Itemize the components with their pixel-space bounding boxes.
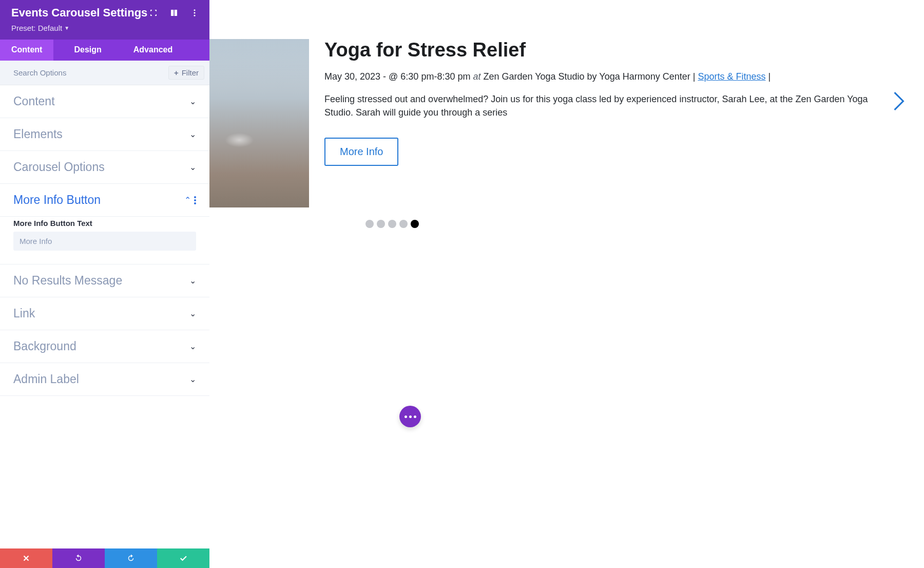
chevron-down-icon: ⌄ xyxy=(189,276,196,286)
search-options-input[interactable]: Search Options xyxy=(13,68,168,77)
event-venue: Zen Garden Yoga Studio by Yoga Harmony C… xyxy=(483,71,698,82)
tab-content[interactable]: Content xyxy=(0,40,53,61)
section-label: Carousel Options xyxy=(13,160,189,174)
event-category-link[interactable]: Sports & Fitness xyxy=(698,71,765,82)
preset-label: Preset: Default xyxy=(11,24,62,32)
settings-panel: Events Carousel Settings Preset: Default… xyxy=(0,0,209,568)
confirm-button[interactable] xyxy=(157,548,209,568)
kebab-icon[interactable] xyxy=(190,8,199,17)
svg-point-0 xyxy=(194,9,196,11)
cancel-button[interactable] xyxy=(0,548,52,568)
svg-point-2 xyxy=(194,15,196,16)
section-label: Content xyxy=(13,94,189,108)
carousel-next-button[interactable] xyxy=(892,90,906,114)
undo-button[interactable] xyxy=(52,548,105,568)
event-title: Yoga for Stress Relief xyxy=(324,39,878,61)
section-more-info-button[interactable]: More Info Button ⌃ xyxy=(0,184,209,217)
tab-design[interactable]: Design xyxy=(63,40,112,61)
chevron-down-icon: ⌄ xyxy=(189,97,196,106)
section-label: Elements xyxy=(13,127,189,141)
event-at: at xyxy=(473,71,480,82)
tab-advanced[interactable]: Advanced xyxy=(122,40,184,61)
svg-point-4 xyxy=(194,199,196,201)
section-content[interactable]: Content ⌄ xyxy=(0,85,209,118)
carousel-dot[interactable] xyxy=(388,220,396,228)
carousel-dot[interactable] xyxy=(411,220,419,228)
carousel-dot[interactable] xyxy=(365,220,374,228)
panel-footer xyxy=(0,548,209,568)
section-label: No Results Message xyxy=(13,274,189,288)
preview-area: Yoga for Stress Relief May 30, 2023 - @ … xyxy=(209,0,924,568)
event-date: May 30, 2023 - @ 6:30 pm-8:30 pm xyxy=(324,71,473,82)
chevron-down-icon: ⌄ xyxy=(189,309,196,318)
chevron-down-icon: ⌄ xyxy=(189,129,196,139)
section-label: Link xyxy=(13,307,189,320)
event-image xyxy=(209,39,309,207)
more-info-button[interactable]: More Info xyxy=(324,138,398,166)
plus-icon: + xyxy=(174,68,179,77)
event-description: Feeling stressed out and overwhelmed? Jo… xyxy=(324,92,878,119)
event-meta: May 30, 2023 - @ 6:30 pm-8:30 pm at Zen … xyxy=(324,70,878,83)
panel-title-controls xyxy=(149,8,202,17)
preset-dropdown[interactable]: Preset: Default ▼ xyxy=(0,22,81,40)
section-more-info-body: More Info Button Text xyxy=(0,217,209,264)
section-no-results[interactable]: No Results Message ⌄ xyxy=(0,264,209,297)
panel-tabs: Content Design Advanced xyxy=(0,40,209,61)
redo-button[interactable] xyxy=(105,548,157,568)
section-label: More Info Button xyxy=(13,193,184,207)
carousel-dot[interactable] xyxy=(377,220,385,228)
section-admin-label[interactable]: Admin Label ⌄ xyxy=(0,363,209,396)
more-info-text-input[interactable] xyxy=(13,232,196,251)
event-card: Yoga for Stress Relief May 30, 2023 - @ … xyxy=(209,0,924,207)
svg-point-1 xyxy=(194,12,196,14)
carousel-dots xyxy=(365,220,419,228)
fab-button[interactable] xyxy=(399,406,421,427)
event-text: Yoga for Stress Relief May 30, 2023 - @ … xyxy=(324,39,878,207)
panel-header: Events Carousel Settings Preset: Default… xyxy=(0,0,209,61)
filter-label: Filter xyxy=(182,68,199,77)
caret-down-icon: ▼ xyxy=(64,25,69,31)
panel-titlebar: Events Carousel Settings xyxy=(0,0,209,22)
section-carousel-options[interactable]: Carousel Options ⌄ xyxy=(0,151,209,184)
ellipsis-icon xyxy=(405,415,416,418)
more-info-text-label: More Info Button Text xyxy=(13,219,196,228)
section-elements[interactable]: Elements ⌄ xyxy=(0,118,209,151)
event-meta-trailing: | xyxy=(768,71,771,82)
svg-point-5 xyxy=(194,202,196,204)
chevron-up-icon: ⌃ xyxy=(184,195,191,205)
section-kebab-icon[interactable] xyxy=(194,196,196,204)
section-link[interactable]: Link ⌄ xyxy=(0,297,209,330)
svg-point-3 xyxy=(194,196,196,198)
chevron-down-icon: ⌄ xyxy=(189,162,196,172)
chevron-down-icon: ⌄ xyxy=(189,374,196,384)
section-label: Admin Label xyxy=(13,372,189,386)
expand-icon[interactable] xyxy=(149,8,158,17)
filter-button[interactable]: + Filter xyxy=(168,66,204,80)
section-label: Background xyxy=(13,339,189,353)
panel-title: Events Carousel Settings xyxy=(11,6,149,20)
chevron-down-icon: ⌄ xyxy=(189,342,196,351)
layout-icon[interactable] xyxy=(169,8,179,17)
section-background[interactable]: Background ⌄ xyxy=(0,330,209,363)
search-row: Search Options + Filter xyxy=(0,61,209,85)
carousel-dot[interactable] xyxy=(399,220,408,228)
